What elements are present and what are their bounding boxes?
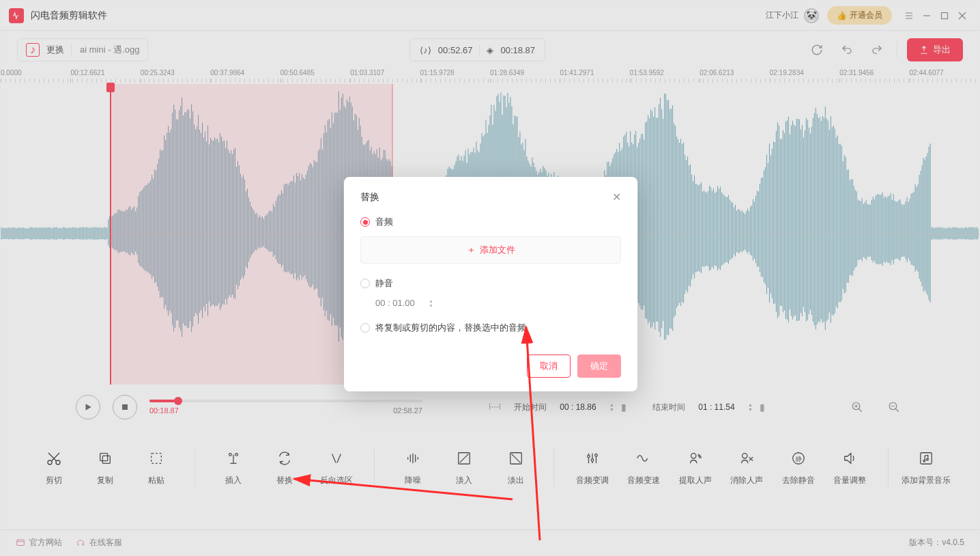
svg-rect-9	[152, 453, 162, 463]
tool-extract-vocal[interactable]: 提取人声	[669, 449, 721, 486]
official-site-link[interactable]: 官方网站	[16, 537, 62, 548]
time-indicator: ⟨♪⟩ 00:52.67 ◈ 00:18.87	[409, 38, 545, 61]
tool-fadeout[interactable]: 淡出	[490, 449, 541, 486]
add-file-button[interactable]: ＋ 添加文件	[360, 236, 621, 264]
svg-text:静: 静	[795, 455, 801, 462]
radio-icon	[360, 217, 370, 227]
minimize-icon[interactable]	[918, 7, 936, 25]
radio-icon	[360, 279, 370, 288]
tool-remove-vocal[interactable]: 消除人声	[721, 449, 772, 486]
svg-point-17	[691, 453, 695, 458]
svg-point-14	[588, 455, 590, 458]
svg-point-5	[48, 460, 52, 464]
tool-copy[interactable]: 复制	[79, 449, 130, 486]
maximize-icon[interactable]	[936, 7, 953, 25]
vip-label: 开通会员	[850, 10, 882, 21]
version-label: 版本号：v4.0.5	[909, 537, 964, 548]
svg-rect-0	[942, 12, 948, 18]
total-time: 02:58.27	[393, 406, 422, 415]
user-name: 江下小江	[766, 10, 798, 21]
undo-icon[interactable]	[837, 40, 857, 60]
fadein-icon	[457, 449, 472, 468]
support-link[interactable]: 在线客服	[76, 537, 122, 548]
svg-point-18	[743, 453, 747, 458]
speed-icon	[635, 449, 652, 468]
tool-bgm[interactable]: 添加背景音乐	[901, 449, 952, 486]
bgm-icon	[919, 449, 934, 468]
modal-title: 替换	[360, 191, 379, 204]
option-audio[interactable]: 音频	[360, 216, 621, 228]
start-spinner[interactable]: ▲▼	[609, 402, 614, 412]
time-ruler[interactable]: 0.000000:12.662100:25.324300:37.986400:5…	[1, 69, 979, 84]
pitch-icon	[585, 449, 600, 468]
svg-point-22	[923, 460, 925, 462]
svg-point-23	[927, 458, 929, 460]
volume-icon	[842, 449, 857, 468]
stop-button[interactable]	[113, 395, 137, 419]
playhead[interactable]	[110, 84, 111, 385]
marker-icon: ◈	[487, 45, 493, 55]
invert-icon	[329, 449, 344, 468]
tool-replace[interactable]: 替换	[259, 449, 310, 486]
tool-pitch[interactable]: 音频变调	[566, 449, 618, 486]
footer: 官方网站 在线客服 版本号：v4.0.5	[1, 529, 979, 555]
tool-insert[interactable]: 插入	[207, 449, 259, 486]
user-avatar[interactable]: 🐼	[804, 8, 819, 23]
change-file-label: 更换	[46, 44, 64, 56]
denoise-icon	[405, 449, 420, 468]
file-badge[interactable]: ♪ 更换 ai mini - 遇.ogg	[17, 38, 148, 61]
app-title: 闪电音频剪辑软件	[31, 10, 107, 22]
tool-fadein[interactable]: 淡入	[439, 449, 490, 486]
option-silence[interactable]: 静音	[360, 277, 621, 290]
svg-point-10	[229, 453, 231, 456]
music-note-icon: ♪	[26, 43, 40, 57]
silence-spinner[interactable]: ▲▼	[429, 298, 433, 308]
tool-invert-selection[interactable]: 反向选区	[311, 449, 362, 486]
svg-rect-7	[102, 456, 110, 463]
tool-cut[interactable]: 剪切	[28, 449, 79, 486]
replace-icon	[277, 449, 292, 468]
end-marker-icon[interactable]: ▮	[760, 402, 765, 413]
titlebar: 闪电音频剪辑软件 江下小江 🐼 👍 开通会员	[1, 1, 979, 31]
paste-icon	[149, 449, 164, 468]
svg-rect-2	[122, 404, 128, 410]
end-time-input[interactable]	[692, 402, 741, 412]
tool-denoise[interactable]: 降噪	[387, 449, 438, 486]
copy-icon	[98, 449, 113, 468]
option-clipboard[interactable]: 将复制或剪切的内容，替换选中的音频	[360, 322, 621, 334]
svg-point-16	[595, 454, 598, 456]
tool-speed[interactable]: 音频变速	[618, 449, 669, 486]
modal-ok-button[interactable]: 确定	[577, 355, 621, 378]
selection-range-icon[interactable]	[488, 402, 502, 413]
progress-bar[interactable]: 00:18.87 02:58.27	[149, 400, 422, 415]
silence-duration-input[interactable]	[375, 298, 423, 308]
tool-paste[interactable]: 粘贴	[131, 449, 182, 486]
remove-vocal-icon	[739, 449, 754, 468]
start-marker-icon[interactable]: ▮	[621, 402, 626, 413]
modal-close-icon[interactable]: ✕	[612, 191, 621, 204]
insert-icon	[226, 449, 241, 468]
modal-cancel-button[interactable]: 取消	[527, 355, 571, 378]
zoom-in-icon[interactable]	[847, 397, 867, 417]
tool-remove-silence[interactable]: 静去除静音	[773, 449, 824, 486]
close-icon[interactable]	[953, 7, 971, 25]
start-time-input[interactable]	[553, 402, 603, 412]
total-duration: 00:52.67	[438, 45, 473, 55]
play-button[interactable]	[76, 395, 100, 419]
vip-button[interactable]: 👍 开通会员	[827, 6, 892, 25]
start-time-label: 开始时间	[514, 402, 547, 413]
svg-rect-24	[17, 540, 25, 545]
tool-volume[interactable]: 音量调整	[824, 449, 875, 486]
replace-modal: 替换 ✕ 音频 ＋ 添加文件 静音 ▲▼ 将复制或剪切的内容，替换选中的音频 取…	[344, 177, 637, 391]
radio-icon	[360, 323, 370, 333]
refresh-icon[interactable]	[807, 40, 827, 60]
scissors-icon	[46, 449, 62, 468]
menu-icon[interactable]	[900, 7, 918, 25]
current-time: 00:18.87	[149, 406, 179, 415]
end-spinner[interactable]: ▲▼	[748, 402, 753, 412]
export-button[interactable]: 导出	[907, 38, 963, 61]
zoom-out-icon[interactable]	[884, 397, 904, 417]
redo-icon[interactable]	[867, 40, 887, 60]
top-toolbar: ♪ 更换 ai mini - 遇.ogg ⟨♪⟩ 00:52.67 ◈ 00:1…	[1, 31, 979, 69]
playhead-time: 00:18.87	[500, 45, 535, 55]
